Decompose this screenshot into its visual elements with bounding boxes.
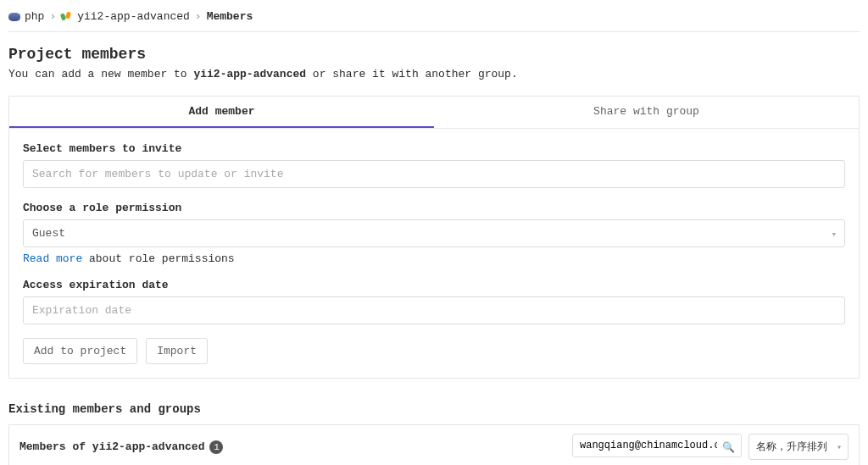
- members-count-badge: 1: [209, 440, 223, 454]
- members-filter-input[interactable]: [572, 434, 742, 457]
- role-permission-label: Choose a role permission: [23, 202, 845, 214]
- members-sort-select[interactable]: 名称，升序排列 ▾: [748, 434, 849, 460]
- expiration-label: Access expiration date: [23, 279, 845, 291]
- existing-members-heading: Existing members and groups: [8, 402, 860, 416]
- search-icon[interactable]: 🔍: [722, 440, 735, 453]
- members-filter-input-wrap: 🔍: [572, 434, 742, 460]
- yii-icon: [61, 11, 73, 23]
- role-permission-hint: Read more about role permissions: [23, 252, 845, 265]
- breadcrumb: php › yii2-app-advanced › Members: [8, 8, 860, 32]
- breadcrumb-current: Members: [207, 10, 253, 23]
- chevron-right-icon: ›: [49, 10, 56, 23]
- role-permission-select[interactable]: Guest ▾: [23, 219, 845, 247]
- import-button[interactable]: Import: [146, 338, 208, 364]
- breadcrumb-group[interactable]: php: [8, 10, 44, 23]
- page-title: Project members: [8, 46, 860, 63]
- breadcrumb-project[interactable]: yii2-app-advanced: [61, 10, 190, 23]
- select-members-label: Select members to invite: [23, 142, 845, 155]
- chevron-right-icon: ›: [195, 10, 202, 23]
- page-subtitle: You can add a new member to yii2-app-adv…: [8, 68, 860, 80]
- chevron-down-icon: ▾: [837, 442, 842, 452]
- php-icon: [8, 13, 20, 21]
- read-more-link[interactable]: Read more: [23, 252, 82, 265]
- members-of-label: Members of yii2-app-advanced: [19, 440, 204, 453]
- tab-share-with-group[interactable]: Share with group: [434, 97, 859, 128]
- add-member-panel: Select members to invite Choose a role p…: [8, 128, 860, 379]
- member-search-input[interactable]: [23, 160, 845, 188]
- tabs: Add member Share with group: [8, 96, 860, 128]
- tab-add-member[interactable]: Add member: [9, 97, 434, 128]
- add-to-project-button[interactable]: Add to project: [23, 338, 137, 364]
- members-list-header: Members of yii2-app-advanced 1 🔍 名称，升序排列…: [8, 424, 860, 465]
- expiration-date-input[interactable]: [23, 296, 845, 324]
